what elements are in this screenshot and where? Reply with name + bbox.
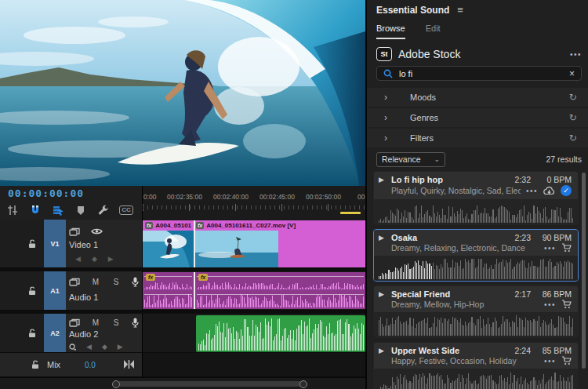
play-icon[interactable]: ▶	[379, 234, 387, 242]
track-bpm: 0 BPM	[535, 175, 572, 184]
solo-button[interactable]: S	[111, 278, 121, 286]
keyframe-icon[interactable]: ◆	[102, 343, 107, 351]
reset-icon[interactable]: ↺	[569, 112, 577, 123]
cart-icon[interactable]	[561, 243, 572, 253]
track-v1-name[interactable]: Video 1	[69, 240, 98, 249]
wrench-icon[interactable]	[97, 204, 110, 216]
track-a2-target[interactable]: A2	[44, 314, 66, 352]
sort-dropdown[interactable]: Relevance ⌄	[376, 152, 445, 167]
track-tags: Dreamy, Mellow, Hip-Hop	[391, 300, 539, 309]
track-a2-content[interactable]	[143, 314, 365, 353]
waveform-preview[interactable]	[374, 369, 578, 389]
marker-icon[interactable]	[74, 204, 87, 216]
track-a1-header: A1 M S Audio 1	[0, 271, 143, 311]
toggle-track-output-eye-icon[interactable]	[91, 227, 103, 235]
lock-icon[interactable]	[28, 329, 36, 337]
cart-icon[interactable]	[561, 300, 572, 309]
dragged-audio-clip[interactable]	[196, 315, 365, 352]
more-options-icon[interactable]: •••	[544, 244, 556, 253]
lock-icon[interactable]	[28, 239, 36, 248]
mix-track-name[interactable]: Mix	[47, 360, 60, 369]
next-keyframe-icon[interactable]: ▶	[108, 255, 114, 263]
sequence-marker[interactable]	[340, 212, 361, 214]
track-a1-content[interactable]: fx fx	[143, 271, 365, 311]
track-a1-target[interactable]: A1	[44, 271, 66, 310]
keyframe-icon[interactable]: ◆	[92, 255, 97, 263]
section-genres[interactable]: › Genres ↺	[367, 108, 588, 127]
result-card[interactable]: ▶ Upper West Side 2:24 85 BPM Happy, Fes…	[373, 342, 579, 389]
play-icon[interactable]: ▶	[379, 347, 387, 354]
license-check-icon: ✓	[561, 185, 572, 196]
more-options-icon[interactable]: •••	[570, 50, 582, 59]
nest-sequence-icon[interactable]	[6, 204, 19, 216]
lock-icon[interactable]	[31, 361, 39, 369]
mute-button[interactable]: M	[91, 278, 100, 286]
audio-clip[interactable]: fx	[195, 272, 365, 309]
more-options-icon[interactable]: •••	[544, 357, 556, 365]
search-box[interactable]: lo fi ×	[376, 66, 582, 81]
fx-badge: fx	[198, 274, 208, 281]
track-v1-content[interactable]: fx A004_05101 fx A004_05101611_C027.mov …	[143, 220, 365, 268]
source-patch-icon[interactable]	[69, 318, 80, 327]
track-duration: 2:23	[515, 233, 531, 242]
scrollbar-thumb[interactable]	[114, 381, 307, 387]
voiceover-mic-icon[interactable]	[132, 277, 139, 287]
clip-name: A004_05101611_C027.mov [V]	[206, 222, 296, 229]
write-keyframes-icon[interactable]	[69, 344, 76, 351]
more-options-icon[interactable]: •••	[526, 187, 538, 195]
panel-menu-icon[interactable]: ≡	[457, 4, 463, 16]
tab-edit[interactable]: Edit	[426, 24, 441, 39]
playhead-timecode[interactable]: 00:00:00:00	[8, 187, 84, 199]
clip-thumbnail	[143, 231, 194, 267]
prev-keyframe-icon[interactable]: ◀	[75, 255, 81, 263]
reset-icon[interactable]: ↺	[569, 133, 577, 144]
clear-search-icon[interactable]: ×	[569, 68, 575, 79]
timeline-ruler[interactable]: 0:00 00:02:35:00 00:02:40:00 00:02:45:00…	[143, 186, 365, 220]
result-card[interactable]: ▶ Lo fi hip hop 2:32 0 BPM Playful, Quir…	[373, 171, 579, 225]
linked-selection-icon[interactable]	[52, 204, 64, 216]
track-a2-name[interactable]: Audio 2	[69, 329, 98, 339]
scrollbar-handle-left[interactable]	[112, 380, 120, 388]
track-title: Upper West Side	[391, 346, 510, 355]
source-patch-icon[interactable]	[69, 227, 80, 236]
result-card[interactable]: ▶ Special Friend 2:17 86 BPM Dreamy, Mel…	[373, 285, 579, 338]
play-icon[interactable]: ▶	[379, 176, 387, 184]
search-input[interactable]: lo fi	[399, 69, 563, 78]
play-icon[interactable]: ▶	[379, 290, 387, 298]
track-duration: 2:32	[515, 175, 531, 184]
voiceover-mic-icon[interactable]	[132, 318, 139, 328]
waveform-preview[interactable]	[374, 256, 578, 281]
adobe-stock-logo: St	[376, 47, 392, 61]
premiere-window: 00:00:00:00 CC	[0, 0, 588, 389]
lock-icon[interactable]	[28, 286, 36, 295]
track-a1-name[interactable]: Audio 1	[69, 293, 98, 302]
chevron-down-icon: ⌄	[434, 155, 440, 163]
track-tags: Dreamy, Relaxing, Electronic, Dance	[391, 243, 539, 253]
mute-button[interactable]: M	[91, 318, 100, 327]
cart-icon[interactable]	[561, 356, 572, 365]
cloud-download-icon[interactable]	[543, 187, 555, 195]
panel-scrollbar[interactable]	[582, 173, 586, 369]
audio-clip[interactable]: fx	[143, 272, 194, 309]
reset-icon[interactable]: ↺	[569, 92, 577, 103]
more-options-icon[interactable]: •••	[544, 300, 556, 309]
snap-magnet-icon[interactable]	[29, 204, 42, 216]
tab-browse[interactable]: Browse	[376, 24, 405, 39]
waveform-preview[interactable]	[374, 312, 578, 337]
waveform-preview[interactable]	[374, 199, 578, 224]
prev-keyframe-icon[interactable]: ◀	[86, 343, 92, 351]
fit-clip-icon[interactable]	[124, 360, 134, 369]
source-patch-icon[interactable]	[69, 278, 80, 286]
result-card-selected[interactable]: ▶ Osaka 2:23 90 BPM Dreamy, Relaxing, El…	[373, 229, 579, 282]
timeline-zoom-scrollbar[interactable]	[0, 377, 365, 389]
solo-button[interactable]: S	[111, 318, 121, 327]
video-clip[interactable]: fx A004_05101 fx A004_05101611_C027.mov …	[143, 220, 365, 267]
section-moods[interactable]: › Moods ↺	[367, 88, 588, 107]
mix-volume-value[interactable]: 0.0	[85, 361, 96, 369]
track-v1-target[interactable]: V1	[44, 220, 66, 267]
section-filters[interactable]: › Filters ↺	[367, 129, 588, 147]
scrollbar-handle-right[interactable]	[299, 380, 307, 388]
ruler-label: 00:02:50:00	[306, 193, 341, 201]
captions-icon[interactable]: CC	[120, 204, 132, 216]
next-keyframe-icon[interactable]: ▶	[118, 343, 123, 351]
